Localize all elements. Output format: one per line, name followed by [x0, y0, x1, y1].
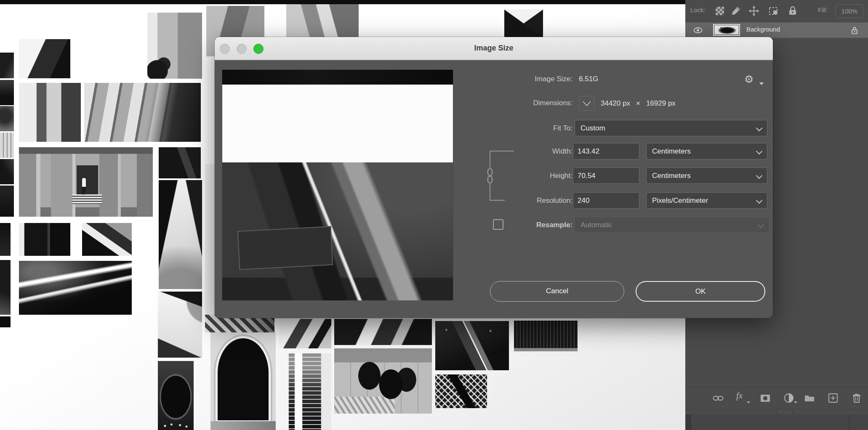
photo-tile — [159, 147, 201, 178]
lock-label: Lock: — [690, 6, 706, 13]
photo-tile-dark-peak — [504, 9, 543, 37]
dialog-titlebar[interactable]: Image Size — [215, 37, 773, 60]
resample-checkbox[interactable] — [493, 219, 503, 230]
panel-vertical-line — [849, 414, 850, 430]
resolution-label: Resolution: — [537, 192, 572, 209]
new-layer-icon[interactable] — [827, 392, 839, 404]
fit-to-select[interactable]: Custom — [575, 120, 767, 136]
photo-tile — [0, 186, 14, 217]
layer-locked-icon[interactable] — [849, 25, 860, 35]
lock-artboard-icon[interactable] — [768, 5, 779, 16]
chevron-down-icon — [758, 222, 764, 228]
layer-name: Background — [746, 26, 780, 33]
panel-gap — [685, 414, 691, 430]
dimensions-multiply-sign: × — [636, 99, 640, 108]
photo-tile — [0, 316, 11, 327]
photo-tile — [0, 260, 11, 315]
photo-tile-lattice — [435, 374, 487, 408]
panel-bottom-strip — [685, 414, 868, 430]
photo-tile — [0, 53, 14, 78]
chevron-down-icon — [756, 197, 763, 204]
dialog-title: Image Size — [215, 44, 773, 53]
height-unit-select[interactable]: Centimeters — [646, 167, 767, 184]
photo-tile-coffered-ceiling — [84, 83, 201, 142]
constrain-bracket — [490, 151, 514, 151]
lock-transparency-icon[interactable] — [716, 7, 724, 15]
delete-layer-trash-icon[interactable] — [851, 392, 863, 404]
photo-tile-colonnade — [19, 147, 153, 217]
resample-method-value: Automatic — [580, 221, 612, 229]
panel-divider — [685, 409, 868, 409]
image-preview-pane[interactable] — [222, 69, 453, 300]
lock-all-icon[interactable] — [787, 5, 798, 16]
chevron-down-icon — [756, 173, 763, 179]
canvas-black-strip — [0, 0, 686, 4]
preview-black-strip — [222, 70, 453, 85]
layers-panel-footer: fx — [685, 388, 868, 409]
fill-value-field[interactable]: 100% — [835, 4, 864, 18]
layer-thumbnail-image — [714, 25, 739, 35]
image-size-value: 6.51G — [579, 73, 598, 85]
lock-pixels-brush-icon[interactable] — [730, 5, 741, 16]
height-label: Height: — [550, 167, 572, 184]
dimensions-label: Dimensions: — [533, 96, 572, 110]
photo-tile — [0, 133, 14, 158]
width-label: Width: — [552, 143, 572, 159]
height-input[interactable] — [573, 167, 639, 184]
image-size-label: Image Size: — [535, 73, 572, 85]
resample-method-select: Automatic — [575, 217, 769, 233]
gear-caret-icon — [759, 82, 764, 85]
image-size-dialog: Image Size Image Size: 6.51G ⚙ Dimension… — [215, 37, 773, 318]
photo-tile-arch-people — [158, 361, 194, 430]
constrain-proportions-chain-icon[interactable] — [485, 168, 495, 184]
gear-icon: ⚙ — [744, 73, 754, 85]
dimensions-value: 34420 px × 16929 px — [601, 96, 676, 111]
preview-photo-detail — [222, 162, 453, 300]
photo-tile-angular — [82, 223, 132, 256]
new-group-folder-icon[interactable] — [804, 392, 815, 404]
photo-tile-dark-door — [19, 223, 70, 256]
photo-tile — [0, 106, 14, 131]
photo-tile — [0, 223, 11, 256]
layer-thumbnail[interactable] — [713, 24, 740, 36]
layer-style-fx-icon[interactable]: fx — [736, 390, 748, 402]
preview-white-area — [222, 85, 453, 162]
dimensions-unit-button[interactable] — [579, 96, 594, 111]
photo-tile-arch-doorway — [210, 332, 276, 430]
layer-lock-options-row: Lock: Fill: 100% — [685, 0, 868, 22]
adjustment-layer-icon[interactable] — [783, 392, 795, 404]
photo-tile-dark-streaks — [514, 321, 578, 351]
photo-tile-v-curves — [159, 180, 202, 289]
fit-to-value: Custom — [580, 124, 605, 132]
dimensions-width-value: 34420 px — [601, 99, 630, 108]
photo-tile-tower-trees — [147, 13, 202, 79]
resolution-unit-select[interactable]: Pixels/Centimeter — [646, 192, 767, 209]
chevron-down-icon — [582, 100, 592, 107]
layer-visibility-eye-icon[interactable] — [693, 25, 703, 35]
photo-tile-stairwell — [279, 353, 331, 430]
adjustment-dropdown-arrow — [794, 401, 797, 403]
height-unit-value: Centimeters — [652, 172, 691, 180]
colonnade-doorway — [77, 165, 98, 199]
photo-tile-concrete-walls — [19, 83, 81, 142]
lock-position-icon[interactable] — [748, 5, 759, 16]
resolution-input[interactable] — [573, 192, 639, 209]
chevron-down-icon — [756, 125, 763, 132]
photo-tile — [0, 159, 14, 184]
cancel-button[interactable]: Cancel — [490, 281, 624, 302]
width-unit-select[interactable]: Centimeters — [646, 143, 767, 159]
add-layer-mask-icon[interactable] — [759, 392, 771, 404]
photo-tile-geometric — [334, 319, 432, 345]
dimensions-height-value: 16929 px — [646, 99, 676, 108]
resolution-unit-value: Pixels/Centimeter — [652, 196, 708, 204]
link-layers-icon[interactable] — [712, 392, 724, 404]
constrain-bracket — [490, 200, 505, 201]
width-input[interactable] — [573, 143, 639, 159]
layer-row-background[interactable]: Background — [685, 22, 868, 38]
ok-button[interactable]: OK — [636, 281, 765, 302]
photo-tile-light-streaks — [19, 261, 132, 315]
photo-tile-building — [19, 39, 70, 78]
photo-tile-escalator — [435, 321, 509, 370]
panel-resize-grip[interactable] — [777, 411, 793, 414]
gear-options-button[interactable]: ⚙ — [744, 72, 764, 87]
